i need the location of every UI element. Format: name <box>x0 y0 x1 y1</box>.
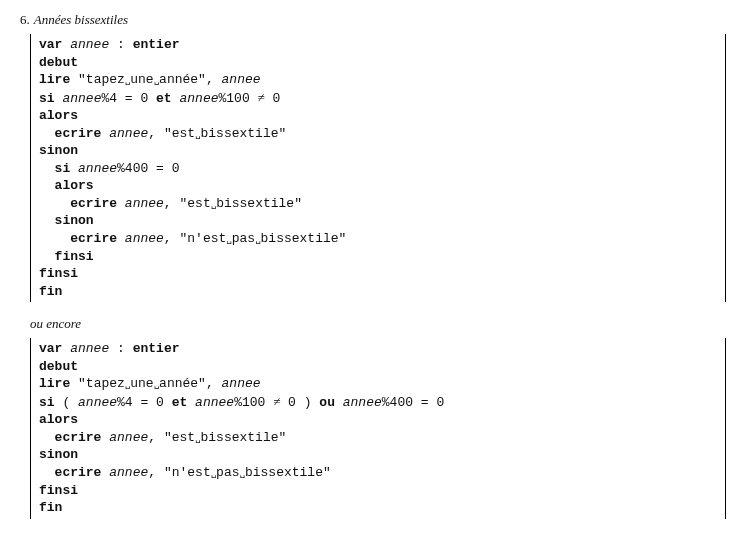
kw-ecrire: ecrire <box>55 430 102 445</box>
kw-sinon: sinon <box>39 143 78 158</box>
code-block-2: var annee : entier debut lire "tapez␣une… <box>30 338 726 518</box>
kw-finsi: finsi <box>55 249 94 264</box>
op-mod400: %400 = 0 <box>117 161 179 176</box>
ou-encore-label: ou encore <box>30 316 726 332</box>
zero: 0 <box>280 395 296 410</box>
kw-si: si <box>55 161 71 176</box>
zero: 0 <box>265 91 281 106</box>
kw-si: si <box>39 395 55 410</box>
colon: : <box>117 341 125 356</box>
kw-var: var <box>39 341 62 356</box>
var-annee: annee <box>109 126 148 141</box>
var-annee: annee <box>109 430 148 445</box>
var-annee: annee <box>179 91 218 106</box>
kw-lire: lire <box>39 376 70 391</box>
str-non-bissextile: "n'est␣pas␣bissextile" <box>179 231 346 246</box>
op-mod100: %100 <box>234 395 265 410</box>
rparen: ) <box>304 395 312 410</box>
kw-entier: entier <box>133 341 180 356</box>
str-bissextile: "est␣bissextile" <box>179 196 301 211</box>
lparen: ( <box>62 395 70 410</box>
kw-alors: alors <box>55 178 94 193</box>
kw-entier: entier <box>133 37 180 52</box>
exercise-heading: 6.Années bissextiles <box>20 12 726 28</box>
var-annee: annee <box>343 395 382 410</box>
kw-fin: fin <box>39 500 62 515</box>
var-annee: annee <box>195 395 234 410</box>
kw-ou: ou <box>319 395 335 410</box>
kw-finsi: finsi <box>39 483 78 498</box>
kw-fin: fin <box>39 284 62 299</box>
colon: : <box>117 37 125 52</box>
op-mod400: %400 = 0 <box>382 395 444 410</box>
kw-et: et <box>156 91 172 106</box>
str-bissextile: "est␣bissextile" <box>164 126 286 141</box>
var-annee: annee <box>70 37 109 52</box>
var-annee: annee <box>78 395 117 410</box>
kw-et: et <box>172 395 188 410</box>
var-annee: annee <box>109 465 148 480</box>
str-bissextile: "est␣bissextile" <box>164 430 286 445</box>
kw-debut: debut <box>39 359 78 374</box>
var-annee: annee <box>125 196 164 211</box>
kw-finsi: finsi <box>39 266 78 281</box>
comma: , <box>148 465 156 480</box>
comma: , <box>148 126 156 141</box>
op-mod4: %4 = 0 <box>101 91 148 106</box>
code-block-1: var annee : entier debut lire "tapez␣une… <box>30 34 726 302</box>
kw-alors: alors <box>39 108 78 123</box>
var-annee: annee <box>222 376 261 391</box>
kw-ecrire: ecrire <box>55 126 102 141</box>
op-mod4: %4 = 0 <box>117 395 164 410</box>
str-non-bissextile: "n'est␣pas␣bissextile" <box>164 465 331 480</box>
kw-ecrire: ecrire <box>70 196 117 211</box>
var-annee: annee <box>125 231 164 246</box>
op-mod100: %100 <box>219 91 250 106</box>
comma: , <box>206 72 214 87</box>
kw-lire: lire <box>39 72 70 87</box>
var-annee: annee <box>70 341 109 356</box>
str-prompt: "tapez␣une␣année" <box>78 72 206 87</box>
comma: , <box>148 430 156 445</box>
comma: , <box>206 376 214 391</box>
kw-debut: debut <box>39 55 78 70</box>
kw-ecrire: ecrire <box>55 465 102 480</box>
exercise-title: Années bissextiles <box>34 12 128 27</box>
kw-sinon: sinon <box>55 213 94 228</box>
exercise-number: 6. <box>20 12 30 27</box>
var-annee: annee <box>78 161 117 176</box>
neq-symbol: ≠ <box>258 90 265 105</box>
str-prompt: "tapez␣une␣année" <box>78 376 206 391</box>
kw-alors: alors <box>39 412 78 427</box>
var-annee: annee <box>62 91 101 106</box>
comma: , <box>164 196 172 211</box>
kw-var: var <box>39 37 62 52</box>
var-annee: annee <box>222 72 261 87</box>
comma: , <box>164 231 172 246</box>
kw-sinon: sinon <box>39 447 78 462</box>
kw-ecrire: ecrire <box>70 231 117 246</box>
kw-si: si <box>39 91 55 106</box>
